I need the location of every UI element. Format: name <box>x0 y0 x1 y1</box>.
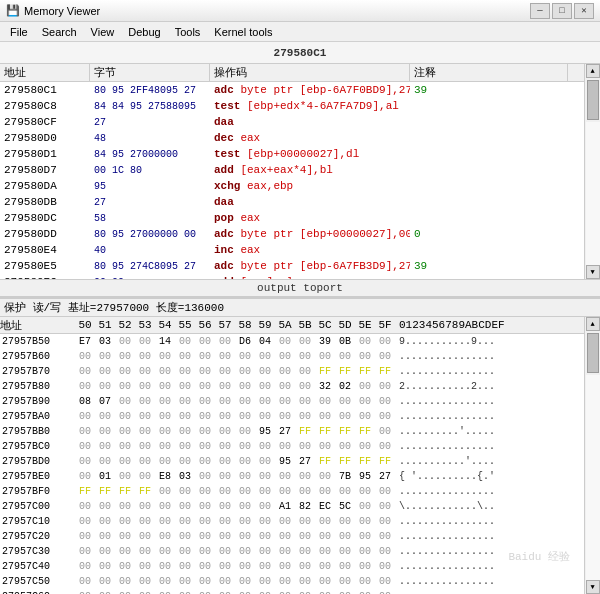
asm-row[interactable]: 279580DC 58 pop eax <box>0 210 584 226</box>
hex-row[interactable]: 27957BE000010000E803000000000000007B9527… <box>0 469 584 484</box>
hex-byte-cell: 00 <box>275 471 295 482</box>
hex-row[interactable]: 27957B70000000000000000000000000FFFFFFFF… <box>0 364 584 379</box>
bottom-scroll-up-btn[interactable]: ▲ <box>586 317 600 331</box>
asm-addr: 279580E4 <box>0 244 90 256</box>
hex-row[interactable]: 27957B9008070000000000000000000000000000… <box>0 394 584 409</box>
hex-byte-header: 5B <box>295 319 315 331</box>
asm-row[interactable]: 279580DD 80 95 27000000 00 adc byte ptr … <box>0 226 584 242</box>
hex-byte-cell: 00 <box>95 381 115 392</box>
hex-row[interactable]: 27957C1000000000000000000000000000000000… <box>0 514 584 529</box>
hex-byte-cell: 00 <box>375 576 395 587</box>
hex-row[interactable]: 27957BF0FFFFFFFF000000000000000000000000… <box>0 484 584 499</box>
menu-debug[interactable]: Debug <box>122 24 166 40</box>
asm-row[interactable]: 279580EC 00 00 add [eax],al <box>0 274 584 279</box>
asm-row[interactable]: 279580E4 40 inc eax <box>0 242 584 258</box>
scroll-track[interactable] <box>586 122 600 265</box>
hex-byte-cell: 00 <box>175 486 195 497</box>
top-scrollbar[interactable]: ▲ ▼ <box>584 64 600 279</box>
hex-byte-cell: 00 <box>135 531 155 542</box>
asm-row[interactable]: 279580DB 27 daa <box>0 194 584 210</box>
minimize-button[interactable]: ─ <box>530 3 550 19</box>
hex-byte-cell: 00 <box>235 396 255 407</box>
hex-byte-cell: A1 <box>275 501 295 512</box>
hex-row[interactable]: 27957BA000000000000000000000000000000000… <box>0 409 584 424</box>
maximize-button[interactable]: □ <box>552 3 572 19</box>
hex-row[interactable]: 27957C2000000000000000000000000000000000… <box>0 529 584 544</box>
scroll-up-btn[interactable]: ▲ <box>586 64 600 78</box>
asm-row[interactable]: 279580D0 48 dec eax <box>0 130 584 146</box>
asm-row[interactable]: 279580C1 80 95 2FF48095 27 adc byte ptr … <box>0 82 584 98</box>
hex-byte-cell: 00 <box>75 471 95 482</box>
hex-byte-cell: 00 <box>295 516 315 527</box>
hex-ascii-header: 0123456789ABCDEF <box>395 319 568 331</box>
hex-byte-cell: 00 <box>95 426 115 437</box>
hex-byte-cell: 00 <box>215 396 235 407</box>
hex-byte-cell: 00 <box>295 471 315 482</box>
menu-kernel-tools[interactable]: Kernel tools <box>208 24 278 40</box>
hex-byte-cell: 00 <box>215 351 235 362</box>
hex-byte-cell: 00 <box>235 381 255 392</box>
close-button[interactable]: ✕ <box>574 3 594 19</box>
bottom-scroll-track[interactable] <box>586 375 600 580</box>
hex-byte-cell: 00 <box>115 546 135 557</box>
menu-tools[interactable]: Tools <box>169 24 207 40</box>
asm-comment: 0 <box>410 228 584 240</box>
title-bar: 💾 Memory Viewer ─ □ ✕ <box>0 0 600 22</box>
asm-row[interactable]: 279580E5 80 95 274C8095 27 adc byte ptr … <box>0 258 584 274</box>
hex-row[interactable]: 27957BC000000000000000000000000000000000… <box>0 439 584 454</box>
hex-row[interactable]: 27957C3000000000000000000000000000000000… <box>0 544 584 559</box>
hex-byte-cell: 00 <box>195 351 215 362</box>
asm-opcode: adc byte ptr [ebp-6A7F0BD9],27 <box>210 84 410 96</box>
asm-row[interactable]: 279580D1 84 95 27000000 test [ebp+000000… <box>0 146 584 162</box>
menu-search[interactable]: Search <box>36 24 83 40</box>
hex-headers: 地址505152535455565758595A5B5C5D5E5F012345… <box>0 317 584 334</box>
scroll-thumb[interactable] <box>587 80 599 120</box>
hex-row-addr: 27957C10 <box>0 516 75 527</box>
hex-byte-cell: 00 <box>375 336 395 347</box>
hex-row[interactable]: 27957C4000000000000000000000000000000000… <box>0 559 584 574</box>
hex-byte-cell: 00 <box>155 426 175 437</box>
hex-byte-cell: 00 <box>355 381 375 392</box>
hex-byte-cell: 00 <box>275 351 295 362</box>
menu-file[interactable]: File <box>4 24 34 40</box>
hex-byte-cell: 00 <box>335 486 355 497</box>
asm-row[interactable]: 279580CF 27 daa <box>0 114 584 130</box>
hex-byte-cell: 00 <box>175 546 195 557</box>
hex-row[interactable]: 27957BD0000000000000000000009527FFFFFFFF… <box>0 454 584 469</box>
hex-byte-cell: 00 <box>135 366 155 377</box>
hex-byte-cell: FF <box>115 486 135 497</box>
hex-row[interactable]: 27957C5000000000000000000000000000000000… <box>0 574 584 589</box>
asm-addr: 279580DC <box>0 212 90 224</box>
hex-byte-header: 50 <box>75 319 95 331</box>
hex-byte-cell: 00 <box>295 576 315 587</box>
hex-byte-cell: 00 <box>115 366 135 377</box>
menu-view[interactable]: View <box>85 24 121 40</box>
hex-byte-cell: FF <box>335 366 355 377</box>
asm-row[interactable]: 279580DA 95 xchg eax,ebp <box>0 178 584 194</box>
asm-row[interactable]: 279580D7 00 1C 80 add [eax+eax*4],bl <box>0 162 584 178</box>
hex-row[interactable]: 27957C0000000000000000000000A182EC5C0000… <box>0 499 584 514</box>
hex-byte-cell: 00 <box>275 396 295 407</box>
hex-byte-cell: 00 <box>155 381 175 392</box>
hex-byte-cell: E7 <box>75 336 95 347</box>
asm-row[interactable]: 279580C8 84 84 95 27588095 test [ebp+edx… <box>0 98 584 114</box>
asm-opcode: daa <box>210 196 410 208</box>
hex-byte-cell: 00 <box>295 396 315 407</box>
hex-row[interactable]: 27957C6000000000000000000000000000000000… <box>0 589 584 594</box>
hex-row[interactable]: 27957B8000000000000000000000000032020000… <box>0 379 584 394</box>
hex-row[interactable]: 27957B6000000000000000000000000000000000… <box>0 349 584 364</box>
bottom-scroll-thumb[interactable] <box>587 333 599 373</box>
bottom-scroll-down-btn[interactable]: ▼ <box>586 580 600 594</box>
hex-byte-cell: 32 <box>315 381 335 392</box>
hex-byte-cell: 39 <box>315 336 335 347</box>
hex-row[interactable]: 27957B50E703000014000000D6040000390B0000… <box>0 334 584 349</box>
hex-row[interactable]: 27957BB00000000000000000009527FFFFFFFF00… <box>0 424 584 439</box>
hex-byte-cell: 00 <box>175 576 195 587</box>
scroll-down-btn[interactable]: ▼ <box>586 265 600 279</box>
hex-byte-cell: 00 <box>275 441 295 452</box>
header-opcode: 操作码 <box>210 64 410 81</box>
hex-byte-cell: FF <box>315 456 335 467</box>
hex-row-addr: 27957BE0 <box>0 471 75 482</box>
bottom-scrollbar[interactable]: ▲ ▼ <box>584 317 600 594</box>
hex-byte-cell: 00 <box>95 516 115 527</box>
